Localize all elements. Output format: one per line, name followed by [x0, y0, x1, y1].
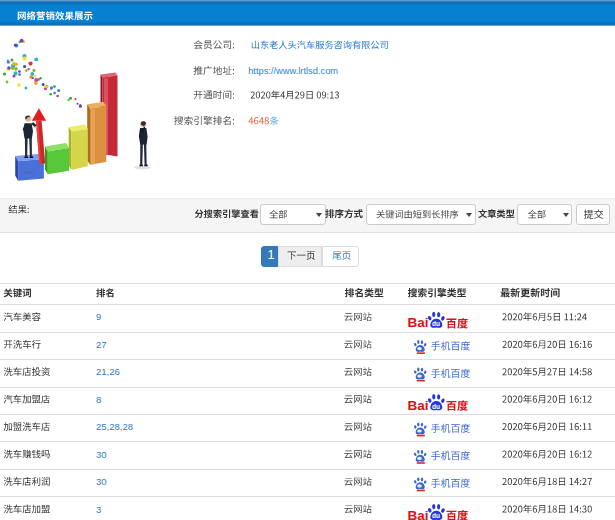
svg-text:Bai: Bai: [408, 508, 429, 520]
svg-text:1: 1: [267, 248, 274, 262]
svg-text:Bai: Bai: [408, 315, 429, 330]
svg-text:https://www.lrtlsd.com: https://www.lrtlsd.com: [248, 66, 338, 76]
svg-text:du: du: [432, 403, 440, 410]
svg-text:du: du: [432, 320, 440, 327]
svg-text:du: du: [432, 512, 440, 519]
svg-text:Bai: Bai: [408, 398, 429, 413]
